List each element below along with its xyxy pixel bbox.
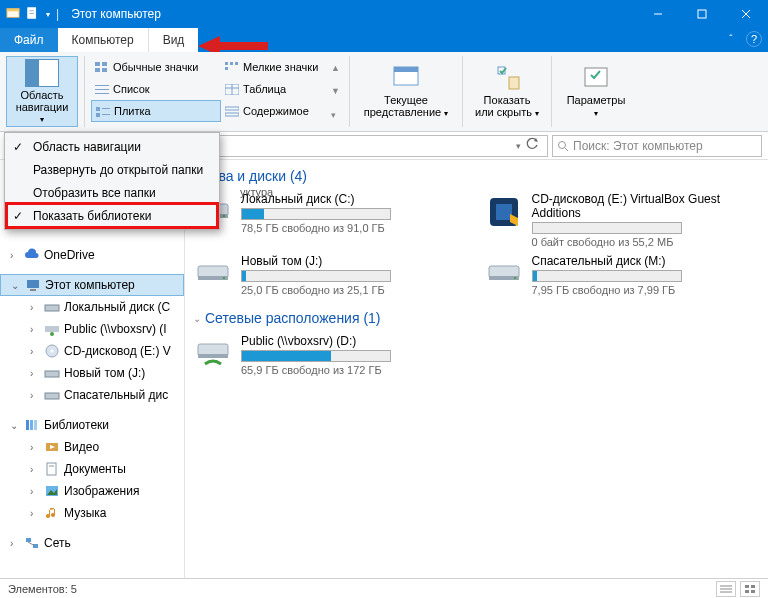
svg-rect-33 — [509, 77, 519, 89]
scroll-down-icon[interactable]: ▼ — [331, 86, 343, 96]
tab-file[interactable]: Файл — [0, 28, 58, 52]
drive-icon — [44, 365, 60, 381]
drive-free-space: 78,5 ГБ свободно из 91,0 ГБ — [241, 222, 391, 234]
drive-icon — [44, 387, 60, 403]
drive-icon — [484, 254, 524, 294]
show-hide-icon — [491, 64, 523, 92]
list-icon — [95, 84, 109, 95]
menu-item-show-libraries[interactable]: ✓Показать библиотеки — [7, 204, 217, 227]
item-count: Элементов: 5 — [8, 583, 77, 595]
tree-videos[interactable]: ›Видео — [0, 436, 184, 458]
drive-icon — [193, 334, 233, 374]
show-hide-button[interactable]: Показать или скрыть ▾ — [469, 56, 545, 127]
video-icon — [44, 439, 60, 455]
expand-gallery-icon[interactable]: ▾ — [331, 110, 343, 120]
tree-public-share[interactable]: ›Public (\\vboxsrv) (I — [0, 318, 184, 340]
ribbon-tabs: Файл Компьютер Вид ˆ ? — [0, 28, 768, 52]
refresh-icon[interactable] — [525, 137, 543, 154]
drive-item[interactable]: Новый том (J:)25,0 ГБ свободно из 25,1 Г… — [193, 254, 474, 296]
drive-item[interactable]: Спасательный диск (M:)7,95 ГБ свободно и… — [484, 254, 765, 296]
icons-view-button[interactable] — [740, 581, 760, 597]
tree-drive-c[interactable]: ›Локальный диск (С — [0, 296, 184, 318]
current-view-icon — [390, 64, 422, 92]
menu-item-nav-pane[interactable]: ✓Область навигации — [7, 135, 217, 158]
qat-dropdown-icon[interactable]: ▾ — [46, 10, 50, 19]
svg-point-46 — [51, 350, 54, 353]
options-button[interactable]: Параметры▾ — [558, 56, 634, 127]
drive-item[interactable]: Public (\\vboxsrv) (D:)65,9 ГБ свободно … — [193, 334, 474, 376]
help-icon[interactable]: ? — [746, 31, 762, 47]
tree-documents[interactable]: ›Документы — [0, 458, 184, 480]
clipped-label: уктура — [240, 186, 273, 198]
navigation-pane-button[interactable]: Область навигации ▾ — [6, 56, 78, 127]
capacity-bar — [241, 270, 391, 282]
minimize-button[interactable] — [636, 0, 680, 28]
drive-free-space: 65,9 ГБ свободно из 172 ГБ — [241, 364, 391, 376]
tree-onedrive[interactable]: ›OneDrive — [0, 244, 184, 266]
options-icon — [580, 64, 612, 92]
drive-name: Спасательный диск (M:) — [532, 254, 682, 268]
svg-rect-41 — [30, 289, 36, 291]
capacity-bar — [241, 208, 391, 220]
tree-new-volume[interactable]: ›Новый том (J:) — [0, 362, 184, 384]
scroll-up-icon[interactable]: ▲ — [331, 63, 343, 73]
navigation-pane-icon — [25, 59, 59, 87]
capacity-bar — [532, 270, 682, 282]
chevron-down-icon: ▾ — [535, 109, 539, 118]
medium-icons-icon — [95, 62, 109, 73]
svg-rect-6 — [698, 10, 706, 18]
drive-free-space: 0 байт свободно из 55,2 МБ — [532, 236, 765, 248]
svg-rect-1 — [7, 8, 19, 11]
ribbon: Область навигации ▾ Обычные значки Мелки… — [0, 52, 768, 132]
drive-name: CD-дисковод (E:) VirtualBox Guest Additi… — [532, 192, 765, 220]
svg-rect-47 — [45, 371, 59, 377]
svg-point-63 — [223, 215, 225, 217]
check-icon: ✓ — [13, 209, 23, 223]
address-dropdown-icon[interactable]: ▾ — [516, 141, 521, 151]
layout-gallery[interactable]: Обычные значки Мелкие значки Список Табл… — [91, 56, 331, 127]
search-input[interactable]: Поиск: Этот компьютер — [552, 135, 762, 157]
tree-rescue-disk[interactable]: ›Спасательный дис — [0, 384, 184, 406]
svg-rect-15 — [230, 62, 233, 65]
tab-computer[interactable]: Компьютер — [58, 28, 149, 52]
svg-rect-14 — [225, 62, 228, 65]
close-button[interactable] — [724, 0, 768, 28]
collapse-ribbon-icon[interactable]: ˆ — [722, 30, 740, 48]
window-title: Этот компьютер — [71, 7, 161, 21]
group-network-header[interactable]: ⌄Сетевые расположения (1) — [193, 310, 764, 326]
svg-rect-16 — [235, 62, 238, 65]
current-view-button[interactable]: Текущее представление ▾ — [356, 56, 456, 127]
svg-rect-3 — [30, 10, 34, 11]
drive-item[interactable]: Локальный диск (C:)78,5 ГБ свободно из 9… — [193, 192, 474, 248]
drive-item[interactable]: CD-дисковод (E:) VirtualBox Guest Additi… — [484, 192, 765, 248]
tab-view[interactable]: Вид — [149, 28, 199, 52]
qat-properties-icon[interactable] — [26, 6, 40, 23]
tree-music[interactable]: ›Музыка — [0, 502, 184, 524]
details-view-button[interactable] — [716, 581, 736, 597]
menu-item-expand-folder[interactable]: Развернуть до открытой папки — [7, 158, 217, 181]
navigation-pane-dropdown: ✓Область навигации Развернуть до открыто… — [4, 132, 220, 230]
tree-this-pc[interactable]: ⌄Этот компьютер — [0, 274, 184, 296]
svg-rect-27 — [102, 114, 110, 115]
svg-rect-19 — [95, 89, 109, 90]
svg-point-72 — [513, 277, 515, 279]
svg-rect-12 — [95, 68, 100, 72]
svg-rect-42 — [45, 305, 59, 311]
svg-rect-43 — [45, 326, 59, 332]
tree-cd-drive[interactable]: ›CD-дисковод (E:) V — [0, 340, 184, 362]
tree-libraries[interactable]: ⌄Библиотеки — [0, 414, 184, 436]
svg-rect-17 — [225, 67, 228, 70]
group-devices-header[interactable]: ⌄ства и диски (4) — [193, 168, 764, 184]
svg-rect-26 — [96, 113, 100, 117]
status-bar: Элементов: 5 — [0, 578, 768, 598]
drive-icon — [484, 192, 524, 232]
pictures-icon — [44, 483, 60, 499]
tree-network[interactable]: ›Сеть — [0, 532, 184, 554]
cloud-icon — [24, 247, 40, 263]
svg-rect-49 — [26, 420, 29, 430]
tiles-icon — [96, 106, 110, 117]
menu-item-show-all-folders[interactable]: Отобразить все папки — [7, 181, 217, 204]
check-icon: ✓ — [13, 140, 23, 154]
tree-pictures[interactable]: ›Изображения — [0, 480, 184, 502]
maximize-button[interactable] — [680, 0, 724, 28]
